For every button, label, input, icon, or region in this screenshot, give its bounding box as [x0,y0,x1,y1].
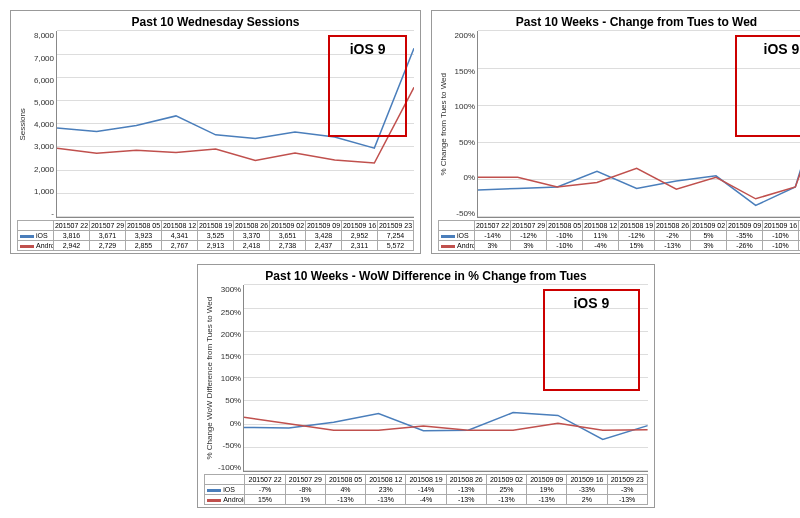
chart-tues-wed: Past 10 Weeks - Change from Tues to Wed … [431,10,800,254]
y-axis-ticks: 300%250%200%150%100%50%0%-50%-100% [215,285,243,472]
y-axis-ticks: 8,0007,0006,0005,0004,0003,0002,0001,000… [28,31,56,218]
chart-sessions: Past 10 Wednesday Sessions Sessions 8,00… [10,10,421,254]
y-axis-label: % Change WoW Difference from Tues to Wed [204,285,215,472]
chart-title: Past 10 Weeks - WoW Difference in % Chan… [204,269,648,283]
data-table: 201507 22201507 29201508 05201508 122015… [438,220,800,251]
chart-wow: Past 10 Weeks - WoW Difference in % Chan… [197,264,655,508]
plot-area: iOS 9 [477,31,800,218]
data-table: 201507 22201507 29201508 05201508 122015… [204,474,648,505]
y-axis-ticks: 200%150%100%50%0%-50% [449,31,477,218]
y-axis-label: % Change from Tues to Wed [438,31,449,218]
data-table: 201507 22201507 29201508 05201508 122015… [17,220,414,251]
y-axis-label: Sessions [17,31,28,218]
plot-area: iOS 9 [56,31,414,218]
plot-area: iOS 9 [243,285,648,472]
chart-title: Past 10 Weeks - Change from Tues to Wed [438,15,800,29]
chart-title: Past 10 Wednesday Sessions [17,15,414,29]
